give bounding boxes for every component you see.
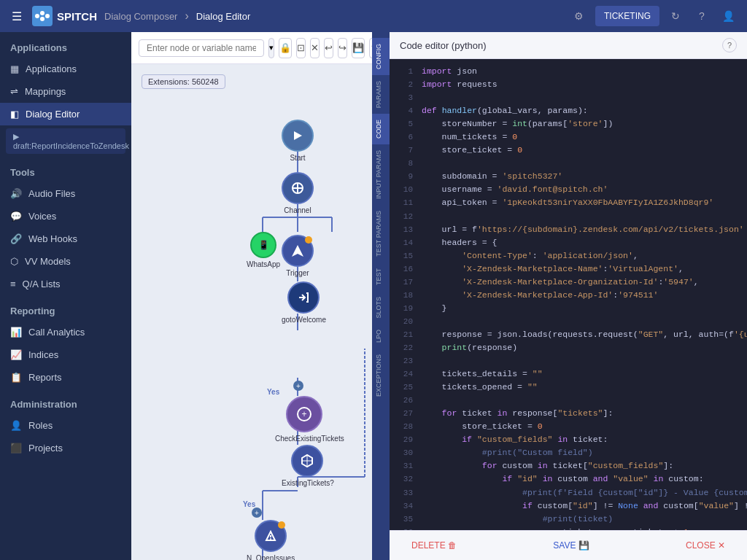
line-content[interactable] (422, 354, 427, 368)
line-content[interactable]: } (422, 302, 447, 315)
undo-button[interactable]: ↩ (324, 38, 333, 58)
line-content[interactable]: def handler(global_vars, params): (422, 104, 588, 117)
sidebar-item-mappings[interactable]: ⇌ Mappings (0, 80, 131, 103)
line-number: 27 (395, 408, 413, 420)
line-number: 10 (395, 184, 413, 196)
crop-button[interactable]: ⊡ (296, 38, 306, 58)
tab-slots[interactable]: SLOTS (372, 291, 390, 324)
extensions-badge: Extensions: 560248 (142, 74, 225, 89)
save-button[interactable]: 💾 (352, 38, 365, 58)
canvas-toolbar: ▾ 🔒 ⊡ ✕ ↩ ↪ 💾 ⬆ 📱 ℹ ? ⋮ (131, 32, 372, 64)
line-content[interactable]: store_ticket = 0 (422, 420, 543, 433)
sidebar-item-indices[interactable]: 📈 Indices (0, 343, 131, 366)
line-content[interactable]: 'X-Zendesk-Marketplace-Name':'VirtualAge… (422, 262, 684, 276)
yes-label-2: Yes (243, 500, 255, 508)
sidebar-item-roles[interactable]: 👤 Roles (0, 414, 131, 437)
node-channel[interactable]: Channel (282, 172, 314, 214)
line-content[interactable]: if custom["id"] != None and custom["valu… (422, 499, 747, 513)
user-profile-icon[interactable]: 👤 (718, 6, 738, 26)
line-content[interactable]: if "id" in custom and "value" in custom: (422, 472, 704, 486)
node-channel-label: Channel (284, 206, 311, 214)
account-settings-icon[interactable]: ⚙ (569, 6, 589, 26)
line-content[interactable]: for custom in ticket["custom_fields"]: (422, 459, 673, 472)
sidebar-item-applications[interactable]: ▦ Applications (0, 58, 131, 80)
breadcrumb-separator: › (185, 9, 188, 23)
line-content[interactable]: response = json.loads(requests.request("… (422, 328, 747, 341)
tab-exceptions[interactable]: EXCEPTIONS (372, 349, 390, 402)
indices-icon: 📈 (10, 349, 22, 360)
close-button[interactable]: CLOSE ✕ (674, 537, 737, 554)
redo-button[interactable]: ↪ (338, 38, 347, 58)
tab-test-params[interactable]: TEST PARAMS (372, 205, 390, 262)
sidebar-item-web-hooks[interactable]: 🔗 Web Hooks (0, 228, 131, 250)
node-check-existing[interactable]: + CheckExistingTickets (275, 396, 333, 443)
node-trigger[interactable]: Trigger (282, 235, 314, 277)
menu-hamburger-button[interactable]: ☰ (9, 7, 25, 26)
sidebar-item-qa-lists[interactable]: ≡ Q/A Lists (0, 273, 131, 295)
line-content[interactable]: 'X-Zendesk-Marketplace-App-Id':'974511' (422, 289, 658, 302)
line-content[interactable]: subdomain = 'spitch5327' (422, 170, 562, 183)
node-existing-tickets[interactable]: ExistingTickets? (282, 445, 333, 487)
add-node-button-1[interactable]: + (293, 381, 303, 391)
search-dropdown-button[interactable]: ▾ (268, 38, 274, 58)
save-code-button[interactable]: SAVE 💾 (541, 537, 600, 554)
line-content[interactable]: import json (422, 65, 477, 78)
sidebar-item-voices[interactable]: 💬 Voices (0, 205, 131, 228)
cut-button[interactable]: ✕ (310, 38, 320, 58)
line-content[interactable]: num_tickets = 0 (422, 131, 517, 144)
line-content[interactable]: store_ticket = 0 (422, 144, 522, 157)
line-content[interactable] (422, 315, 427, 328)
line-content[interactable]: url = f'https://{subdomain}.zendesk.com/… (422, 223, 744, 236)
line-content[interactable]: #print("Custom field") (422, 446, 593, 459)
add-node-button-2[interactable]: + (252, 508, 262, 518)
web-hooks-icon: 🔗 (10, 233, 22, 244)
node-goto-welcome[interactable]: gotoWelcome (282, 281, 326, 324)
line-content[interactable]: username = 'david.font@spitch.ch' (422, 183, 608, 196)
line-content[interactable]: for ticket in response["tickets"]: (422, 407, 613, 420)
tab-params[interactable]: PARAMS (372, 75, 390, 114)
sidebar-item-audio-files[interactable]: 🔊 Audio Files (0, 182, 131, 205)
node-start[interactable]: Start (282, 120, 314, 162)
code-line: 1import json (390, 65, 747, 78)
node-n-open-issues[interactable]: N_OpenIssues (247, 520, 295, 560)
refresh-icon[interactable]: ↻ (665, 6, 686, 26)
tab-code[interactable]: CODE (372, 114, 390, 144)
code-line: 34 if custom["id"] != None and custom["v… (390, 499, 747, 513)
tab-input-params[interactable]: INPUT PARAMS (372, 144, 390, 205)
line-content[interactable] (422, 91, 427, 104)
breadcrumb-parent[interactable]: Dialog Composer (104, 11, 177, 22)
sidebar-item-reports[interactable]: 📋 Reports (0, 366, 131, 389)
sidebar-item-dialog-editor[interactable]: ◧ Dialog Editor (0, 103, 131, 125)
line-content[interactable]: tickets_details = "" (422, 368, 543, 381)
line-content[interactable]: tickets_opened = "" (422, 381, 538, 394)
sidebar-draft-item[interactable]: draft:ReportIncidenceToZendesk (6, 128, 125, 154)
code-help-button[interactable]: ? (722, 38, 737, 52)
line-content[interactable]: headers = { (422, 236, 498, 249)
line-content[interactable]: 'X-Zendesk-Marketplace-Organization-Id':… (422, 276, 699, 289)
node-whatsapp[interactable]: 📱 WhatsApp (247, 232, 280, 268)
tab-test[interactable]: TEST (372, 262, 390, 291)
line-content[interactable]: if "custom_fields" in ticket: (422, 433, 608, 446)
node-search-input[interactable] (139, 39, 264, 57)
line-content[interactable]: print(response) (422, 341, 517, 354)
line-content[interactable]: #print(f'Field {custom["id"]} - Value {c… (422, 486, 747, 499)
lock-button[interactable]: 🔒 (279, 38, 292, 58)
line-content[interactable]: api_token = '1pKeokdt53nirYaXX0FbAABYFIy… (422, 196, 713, 209)
line-content[interactable] (422, 210, 427, 223)
ticketing-button[interactable]: TICKETING (595, 6, 659, 26)
sidebar-item-call-analytics[interactable]: 📊 Call Analytics (0, 321, 131, 343)
help-icon[interactable]: ? (692, 6, 712, 26)
line-content[interactable]: #print(ticket) (422, 513, 613, 526)
line-content[interactable] (422, 394, 427, 407)
code-editor-content[interactable]: 1import json2import requests3 4def handl… (390, 59, 747, 530)
line-content[interactable] (422, 157, 427, 170)
delete-button[interactable]: DELETE 🗑 (400, 537, 468, 554)
sidebar-item-vv-models[interactable]: ⬡ VV Models (0, 250, 131, 273)
sidebar-item-projects[interactable]: ⬛ Projects (0, 437, 131, 459)
tab-lpo[interactable]: LPO (372, 324, 390, 349)
tab-config[interactable]: CONFIG (372, 38, 390, 75)
line-content[interactable]: storeNumber = int(params['store']) (422, 117, 613, 131)
line-content[interactable]: import requests (422, 78, 498, 91)
trigger-status-dot (305, 236, 312, 244)
line-content[interactable]: 'Content-Type': 'application/json', (422, 249, 638, 262)
